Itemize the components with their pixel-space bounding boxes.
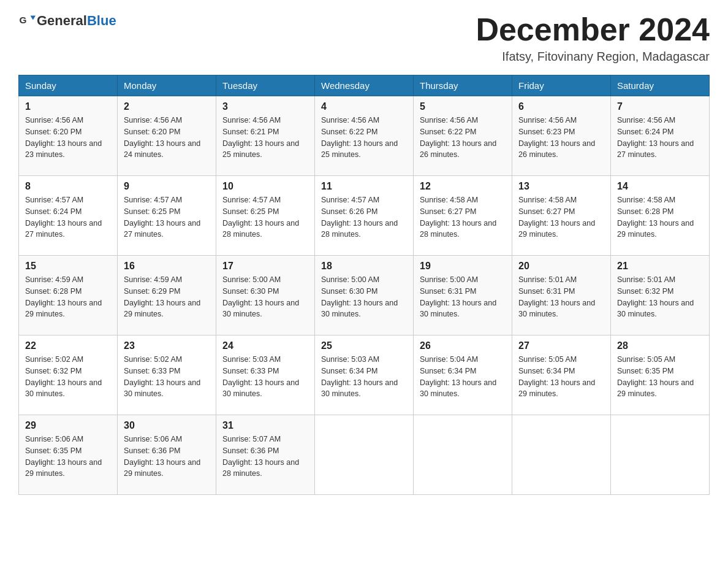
day-info: Sunrise: 5:02 AMSunset: 6:32 PMDaylight:… [25, 354, 111, 400]
day-number: 15 [25, 261, 111, 272]
day-info: Sunrise: 5:06 AMSunset: 6:35 PMDaylight:… [25, 434, 111, 480]
day-header-monday: Monday [118, 75, 216, 96]
calendar-cell: 26Sunrise: 5:04 AMSunset: 6:34 PMDayligh… [414, 335, 512, 415]
calendar-cell: 21Sunrise: 5:01 AMSunset: 6:32 PMDayligh… [611, 256, 710, 335]
day-info: Sunrise: 4:57 AMSunset: 6:26 PMDaylight:… [321, 194, 407, 240]
calendar-week-row: 22Sunrise: 5:02 AMSunset: 6:32 PMDayligh… [19, 335, 710, 415]
day-number: 6 [518, 101, 604, 112]
day-number: 17 [222, 261, 308, 272]
calendar-cell: 1Sunrise: 4:56 AMSunset: 6:20 PMDaylight… [19, 96, 118, 176]
day-number: 14 [617, 181, 703, 192]
calendar-cell: 3Sunrise: 4:56 AMSunset: 6:21 PMDaylight… [216, 96, 315, 176]
day-number: 23 [124, 340, 210, 351]
calendar-cell [315, 415, 414, 495]
day-number: 12 [420, 181, 506, 192]
calendar-cell: 30Sunrise: 5:06 AMSunset: 6:36 PMDayligh… [118, 415, 216, 495]
calendar-cell: 20Sunrise: 5:01 AMSunset: 6:31 PMDayligh… [512, 256, 611, 335]
day-number: 31 [222, 420, 308, 431]
svg-text:G: G [19, 15, 26, 25]
day-number: 4 [321, 101, 407, 112]
day-number: 11 [321, 181, 407, 192]
day-number: 30 [124, 420, 210, 431]
day-info: Sunrise: 5:00 AMSunset: 6:30 PMDaylight:… [321, 274, 407, 320]
day-info: Sunrise: 5:04 AMSunset: 6:34 PMDaylight:… [420, 354, 506, 400]
day-info: Sunrise: 4:56 AMSunset: 6:23 PMDaylight:… [518, 115, 604, 161]
svg-marker-1 [31, 16, 36, 20]
day-number: 5 [420, 101, 506, 112]
calendar-cell: 5Sunrise: 4:56 AMSunset: 6:22 PMDaylight… [414, 96, 512, 176]
day-number: 21 [617, 261, 703, 272]
logo-general: General [37, 13, 87, 28]
day-number: 20 [518, 261, 604, 272]
calendar-table: SundayMondayTuesdayWednesdayThursdayFrid… [18, 75, 710, 495]
calendar-cell: 18Sunrise: 5:00 AMSunset: 6:30 PMDayligh… [315, 256, 414, 335]
day-info: Sunrise: 5:00 AMSunset: 6:30 PMDaylight:… [222, 274, 308, 320]
day-info: Sunrise: 4:59 AMSunset: 6:28 PMDaylight:… [25, 274, 111, 320]
day-header-sunday: Sunday [19, 75, 118, 96]
day-number: 28 [617, 340, 703, 351]
day-number: 3 [222, 101, 308, 112]
month-title: December 2024 [476, 12, 710, 47]
day-info: Sunrise: 4:58 AMSunset: 6:28 PMDaylight:… [617, 194, 703, 240]
calendar-cell: 24Sunrise: 5:03 AMSunset: 6:33 PMDayligh… [216, 335, 315, 415]
title-area: December 2024 Ifatsy, Fitovinany Region,… [476, 12, 710, 64]
day-number: 7 [617, 101, 703, 112]
day-number: 29 [25, 420, 111, 431]
day-header-friday: Friday [512, 75, 611, 96]
logo-text: GeneralBlue [37, 13, 116, 29]
day-info: Sunrise: 5:01 AMSunset: 6:31 PMDaylight:… [518, 274, 604, 320]
calendar-cell [414, 415, 512, 495]
calendar-header-row: SundayMondayTuesdayWednesdayThursdayFrid… [19, 75, 710, 96]
calendar-cell: 16Sunrise: 4:59 AMSunset: 6:29 PMDayligh… [118, 256, 216, 335]
day-info: Sunrise: 5:05 AMSunset: 6:35 PMDaylight:… [617, 354, 703, 400]
day-info: Sunrise: 4:56 AMSunset: 6:20 PMDaylight:… [25, 115, 111, 161]
calendar-cell [512, 415, 611, 495]
day-info: Sunrise: 4:59 AMSunset: 6:29 PMDaylight:… [124, 274, 210, 320]
day-info: Sunrise: 4:56 AMSunset: 6:20 PMDaylight:… [124, 115, 210, 161]
calendar-cell: 17Sunrise: 5:00 AMSunset: 6:30 PMDayligh… [216, 256, 315, 335]
day-info: Sunrise: 4:57 AMSunset: 6:25 PMDaylight:… [222, 194, 308, 240]
day-info: Sunrise: 4:56 AMSunset: 6:24 PMDaylight:… [617, 115, 703, 161]
calendar-week-row: 15Sunrise: 4:59 AMSunset: 6:28 PMDayligh… [19, 256, 710, 335]
calendar-cell: 19Sunrise: 5:00 AMSunset: 6:31 PMDayligh… [414, 256, 512, 335]
calendar-cell: 27Sunrise: 5:05 AMSunset: 6:34 PMDayligh… [512, 335, 611, 415]
calendar-cell: 28Sunrise: 5:05 AMSunset: 6:35 PMDayligh… [611, 335, 710, 415]
calendar-cell: 29Sunrise: 5:06 AMSunset: 6:35 PMDayligh… [19, 415, 118, 495]
calendar-cell: 15Sunrise: 4:59 AMSunset: 6:28 PMDayligh… [19, 256, 118, 335]
logo-icon: G [18, 12, 36, 29]
calendar-cell: 6Sunrise: 4:56 AMSunset: 6:23 PMDaylight… [512, 96, 611, 176]
day-number: 26 [420, 340, 506, 351]
day-number: 27 [518, 340, 604, 351]
day-info: Sunrise: 4:58 AMSunset: 6:27 PMDaylight:… [518, 194, 604, 240]
day-number: 25 [321, 340, 407, 351]
day-header-tuesday: Tuesday [216, 75, 315, 96]
day-info: Sunrise: 4:57 AMSunset: 6:24 PMDaylight:… [25, 194, 111, 240]
day-info: Sunrise: 5:06 AMSunset: 6:36 PMDaylight:… [124, 434, 210, 480]
logo: G GeneralBlue [18, 12, 116, 29]
calendar-cell: 11Sunrise: 4:57 AMSunset: 6:26 PMDayligh… [315, 176, 414, 256]
calendar-cell: 12Sunrise: 4:58 AMSunset: 6:27 PMDayligh… [414, 176, 512, 256]
calendar-cell: 7Sunrise: 4:56 AMSunset: 6:24 PMDaylight… [611, 96, 710, 176]
calendar-cell: 31Sunrise: 5:07 AMSunset: 6:36 PMDayligh… [216, 415, 315, 495]
day-number: 8 [25, 181, 111, 192]
day-info: Sunrise: 5:02 AMSunset: 6:33 PMDaylight:… [124, 354, 210, 400]
calendar-cell: 8Sunrise: 4:57 AMSunset: 6:24 PMDaylight… [19, 176, 118, 256]
day-number: 18 [321, 261, 407, 272]
day-header-saturday: Saturday [611, 75, 710, 96]
day-info: Sunrise: 4:57 AMSunset: 6:25 PMDaylight:… [124, 194, 210, 240]
day-info: Sunrise: 4:58 AMSunset: 6:27 PMDaylight:… [420, 194, 506, 240]
day-info: Sunrise: 4:56 AMSunset: 6:22 PMDaylight:… [321, 115, 407, 161]
calendar-cell: 25Sunrise: 5:03 AMSunset: 6:34 PMDayligh… [315, 335, 414, 415]
day-info: Sunrise: 4:56 AMSunset: 6:21 PMDaylight:… [222, 115, 308, 161]
calendar-cell: 14Sunrise: 4:58 AMSunset: 6:28 PMDayligh… [611, 176, 710, 256]
location-title: Ifatsy, Fitovinany Region, Madagascar [476, 50, 710, 64]
day-info: Sunrise: 5:07 AMSunset: 6:36 PMDaylight:… [222, 434, 308, 480]
day-header-thursday: Thursday [414, 75, 512, 96]
calendar-cell: 9Sunrise: 4:57 AMSunset: 6:25 PMDaylight… [118, 176, 216, 256]
day-number: 13 [518, 181, 604, 192]
day-info: Sunrise: 5:00 AMSunset: 6:31 PMDaylight:… [420, 274, 506, 320]
header: G GeneralBlue December 2024 Ifatsy, Fito… [18, 12, 710, 64]
calendar-cell: 23Sunrise: 5:02 AMSunset: 6:33 PMDayligh… [118, 335, 216, 415]
calendar-cell: 13Sunrise: 4:58 AMSunset: 6:27 PMDayligh… [512, 176, 611, 256]
calendar-week-row: 1Sunrise: 4:56 AMSunset: 6:20 PMDaylight… [19, 96, 710, 176]
